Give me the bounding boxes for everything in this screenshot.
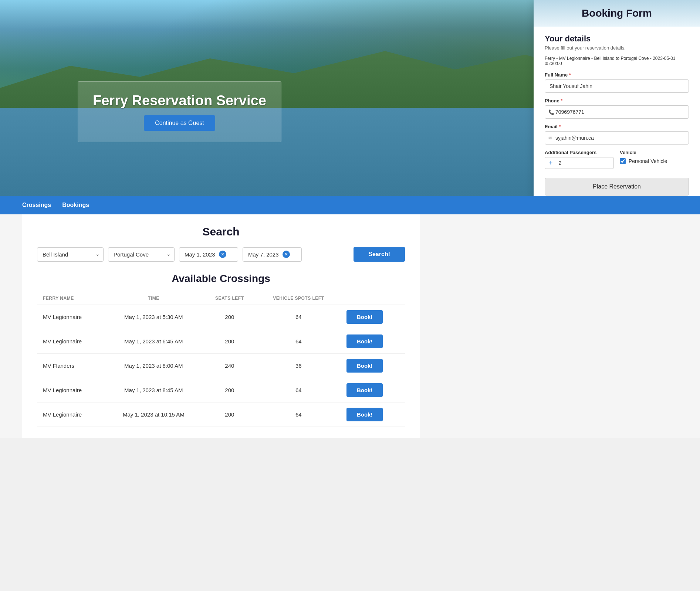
from-select[interactable]: Bell Island Portugal Cove: [37, 247, 104, 262]
ferry-name-cell: MV Legionnaire: [37, 305, 105, 329]
full-name-input[interactable]: [545, 79, 689, 93]
phone-group: Phone * 📞: [545, 98, 689, 119]
ferry-name-cell: MV Legionnaire: [37, 329, 105, 354]
book-button[interactable]: Book!: [346, 359, 383, 373]
table-header: FERRY NAME TIME SEATS LEFT VEHICLE SPOTS…: [37, 292, 405, 305]
phone-icon: 📞: [548, 109, 554, 115]
passengers-label: Additional Passengers: [545, 150, 614, 155]
email-icon: ✉: [548, 135, 552, 141]
col-ferry-name: FERRY NAME: [37, 292, 105, 305]
booking-form-header: Booking Form: [534, 0, 700, 27]
col-time: TIME: [105, 292, 203, 305]
book-cell: Book!: [341, 354, 405, 378]
form-section-subtitle: Please fill out your reservation details…: [545, 45, 689, 51]
email-input-wrapper: ✉: [545, 131, 689, 145]
date-to-value: May 7, 2023: [246, 248, 281, 261]
date-to-wrapper: May 7, 2023 ✕: [243, 247, 302, 262]
time-cell: May 1, 2023 at 8:45 AM: [105, 378, 203, 403]
book-button[interactable]: Book!: [346, 383, 383, 397]
seats-cell: 200: [203, 403, 257, 427]
book-cell: Book!: [341, 403, 405, 427]
hero-overlay: Ferry Reservation Service Continue as Gu…: [78, 81, 281, 142]
search-title: Search: [37, 225, 405, 238]
table-header-row: FERRY NAME TIME SEATS LEFT VEHICLE SPOTS…: [37, 292, 405, 305]
book-cell: Book!: [341, 305, 405, 329]
navigation-bar: Crossings Bookings: [0, 196, 700, 214]
nav-crossings[interactable]: Crossings: [22, 200, 51, 211]
vehicle-spots-cell: 64: [257, 403, 341, 427]
continue-as-guest-button[interactable]: Continue as Guest: [144, 115, 215, 131]
nav-bookings[interactable]: Bookings: [62, 200, 89, 211]
passengers-group: Additional Passengers + 2: [545, 150, 614, 169]
table-row: MV Legionnaire May 1, 2023 at 8:45 AM 20…: [37, 378, 405, 403]
phone-input[interactable]: [545, 105, 689, 119]
ferry-info: Ferry - MV Legionnaire - Bell Island to …: [545, 56, 689, 66]
vehicle-spots-cell: 64: [257, 305, 341, 329]
personal-vehicle-checkbox[interactable]: [620, 158, 626, 164]
ferry-name-cell: MV Legionnaire: [37, 378, 105, 403]
crossings-table: FERRY NAME TIME SEATS LEFT VEHICLE SPOTS…: [37, 292, 405, 427]
main-content: Search Bell Island Portugal Cove Portuga…: [22, 214, 420, 438]
date-from-wrapper: May 1, 2023 ✕: [179, 247, 238, 262]
booking-form-panel: Booking Form Your details Please fill ou…: [534, 0, 700, 196]
vehicle-label: Vehicle: [620, 150, 689, 155]
table-row: MV Flanders May 1, 2023 at 8:00 AM 240 3…: [37, 354, 405, 378]
hero-title: Ferry Reservation Service: [93, 93, 266, 109]
crossings-table-body: MV Legionnaire May 1, 2023 at 5:30 AM 20…: [37, 305, 405, 427]
booking-form-title: Booking Form: [545, 7, 689, 19]
search-row: Bell Island Portugal Cove Portugal Cove …: [37, 247, 405, 262]
phone-label: Phone *: [545, 98, 689, 103]
email-input[interactable]: [545, 131, 689, 145]
form-section-title: Your details: [545, 34, 689, 44]
passengers-stepper: + 2: [545, 157, 614, 169]
full-name-label: Full Name *: [545, 72, 689, 78]
book-button[interactable]: Book!: [346, 408, 383, 421]
passengers-value: 2: [557, 160, 564, 166]
from-select-wrapper: Bell Island Portugal Cove: [37, 247, 104, 262]
vehicle-group: Vehicle Personal Vehicle: [620, 150, 689, 169]
phone-input-wrapper: 📞: [545, 105, 689, 119]
col-seats: SEATS LEFT: [203, 292, 257, 305]
time-cell: May 1, 2023 at 8:00 AM: [105, 354, 203, 378]
seats-cell: 240: [203, 354, 257, 378]
vehicle-spots-cell: 36: [257, 354, 341, 378]
vehicle-spots-cell: 64: [257, 378, 341, 403]
table-row: MV Legionnaire May 1, 2023 at 6:45 AM 20…: [37, 329, 405, 354]
date-from-clear-button[interactable]: ✕: [219, 251, 226, 258]
seats-cell: 200: [203, 329, 257, 354]
book-button[interactable]: Book!: [346, 334, 383, 348]
place-reservation-button[interactable]: Place Reservation: [545, 178, 689, 196]
col-action: [341, 292, 405, 305]
email-group: Email * ✉: [545, 124, 689, 145]
time-cell: May 1, 2023 at 10:15 AM: [105, 403, 203, 427]
time-cell: May 1, 2023 at 6:45 AM: [105, 329, 203, 354]
vehicle-checkbox-wrapper: Personal Vehicle: [620, 158, 689, 164]
table-row: MV Legionnaire May 1, 2023 at 10:15 AM 2…: [37, 403, 405, 427]
col-vehicle-spots: VEHICLE SPOTS LEFT: [257, 292, 341, 305]
date-from-value: May 1, 2023: [182, 248, 217, 261]
search-button[interactable]: Search!: [354, 247, 405, 262]
to-select[interactable]: Portugal Cove Bell Island: [108, 247, 175, 262]
to-select-wrapper: Portugal Cove Bell Island: [108, 247, 175, 262]
passengers-decrement-button[interactable]: +: [549, 160, 553, 166]
vehicle-spots-cell: 64: [257, 329, 341, 354]
seats-cell: 200: [203, 378, 257, 403]
available-crossings-title: Available Crossings: [37, 273, 405, 285]
book-cell: Book!: [341, 378, 405, 403]
main-wrapper: Search Bell Island Portugal Cove Portuga…: [0, 214, 700, 438]
ferry-name-cell: MV Flanders: [37, 354, 105, 378]
email-label: Email *: [545, 124, 689, 129]
book-button[interactable]: Book!: [346, 310, 383, 324]
full-name-group: Full Name *: [545, 72, 689, 93]
passengers-vehicle-row: Additional Passengers + 2 Vehicle Person…: [545, 150, 689, 174]
time-cell: May 1, 2023 at 5:30 AM: [105, 305, 203, 329]
seats-cell: 200: [203, 305, 257, 329]
personal-vehicle-label: Personal Vehicle: [629, 158, 667, 164]
ferry-name-cell: MV Legionnaire: [37, 403, 105, 427]
table-row: MV Legionnaire May 1, 2023 at 5:30 AM 20…: [37, 305, 405, 329]
hero-section: Ferry Reservation Service Continue as Gu…: [0, 0, 700, 196]
book-cell: Book!: [341, 329, 405, 354]
date-to-clear-button[interactable]: ✕: [283, 251, 290, 258]
